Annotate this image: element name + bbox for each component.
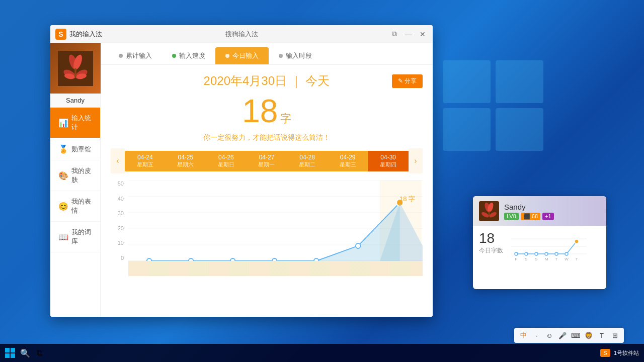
date-display: 2020年4月30日 ｜ 今天: [204, 73, 330, 89]
cal-day-6[interactable]: 04-30 星期四: [368, 151, 409, 171]
svg-text:M: M: [545, 257, 548, 261]
calendar-prev-button[interactable]: ‹: [111, 148, 125, 173]
mini-widget-body: 18 今日字数: [473, 226, 606, 266]
calendar-strip: ‹ 04-24 星期五 04-25 星期六 04-26 星期日: [111, 148, 423, 173]
tab-dot-today: [225, 54, 229, 58]
sidebar-item-stats[interactable]: 📊 输入统计: [50, 108, 100, 138]
svg-rect-35: [489, 211, 490, 216]
svg-rect-3: [496, 108, 543, 151]
taskbar-task-view[interactable]: ⧉: [32, 346, 46, 360]
sidebar-label-medals: 勋章馆: [71, 145, 91, 154]
dict-icon: 📖: [58, 232, 67, 242]
badge-level: LV8: [504, 213, 519, 220]
medals-icon: 🏅: [58, 144, 67, 154]
cal-date-2: 04-26: [218, 154, 234, 161]
cal-day-1[interactable]: 04-25 星期六: [166, 151, 206, 171]
sidebar-label-dict: 我的词库: [71, 228, 92, 246]
tab-speed[interactable]: 输入速度: [162, 47, 215, 64]
app-name: 我的输入法: [69, 30, 102, 39]
badge-days: ⬛ 68: [521, 213, 540, 220]
svg-marker-21: [149, 203, 400, 261]
mini-stat-number: 18: [479, 231, 503, 245]
sidebar-item-medals[interactable]: 🏅 勋章馆: [50, 138, 100, 160]
svg-rect-0: [443, 60, 491, 103]
tab-dot-cumulative: [119, 54, 123, 58]
minimize-button[interactable]: —: [404, 29, 414, 39]
windows-decoration: [443, 60, 543, 151]
ime-toolbar-voice[interactable]: 🎤: [556, 329, 569, 341]
sidebar: Sandy 📊 输入统计 🏅 勋章馆 🎨 我的皮肤 �: [50, 43, 101, 317]
ime-toolbar-zh[interactable]: 中: [517, 329, 529, 341]
user-name: Sandy: [50, 94, 100, 108]
taskbar-search[interactable]: 🔍: [18, 346, 32, 360]
mini-widget: Sandy LV8 ⬛ 68 +1 18 今日字数: [473, 196, 606, 289]
tab-label-cumulative: 累计输入: [126, 51, 152, 60]
sidebar-item-skin[interactable]: 🎨 我的皮肤: [50, 160, 100, 191]
sidebar-item-dict[interactable]: 📖 我的词库: [50, 222, 100, 252]
tab-cumulative[interactable]: 累计输入: [109, 47, 162, 64]
cal-day-5[interactable]: 04-29 星期三: [328, 151, 368, 171]
svg-text:W: W: [565, 257, 569, 261]
cal-day-3[interactable]: 04-27 星期一: [247, 151, 287, 171]
cal-day-0[interactable]: 04-24 星期五: [125, 151, 166, 171]
svg-text:S: S: [58, 30, 63, 38]
badge-plus: +1: [542, 213, 554, 220]
desktop: S 我的输入法 搜狗输入法 ⧉ — ✕: [0, 0, 644, 362]
window-controls: ⧉ — ✕: [389, 29, 428, 39]
close-button[interactable]: ✕: [418, 29, 428, 39]
svg-rect-1: [496, 60, 543, 103]
mini-badges: LV8 ⬛ 68 +1: [504, 213, 600, 220]
svg-rect-53: [5, 348, 10, 352]
mini-stat: 18 今日字数: [479, 231, 503, 255]
tab-period[interactable]: 输入时段: [269, 47, 322, 64]
svg-rect-13: [74, 68, 76, 77]
content-area: 累计输入 输入速度 今日输入 输入时段: [101, 43, 433, 317]
y-label-20: 20: [118, 225, 124, 231]
taskbar: 🔍 ⧉: [0, 344, 644, 362]
cal-date-0: 04-24: [137, 154, 153, 161]
y-axis: 50 40 30 20 10 0: [111, 180, 126, 261]
y-label-40: 40: [118, 196, 124, 202]
svg-text:T: T: [576, 257, 578, 261]
big-number-area: 18 字: [101, 93, 433, 129]
sidebar-nav: 📊 输入统计 🏅 勋章馆 🎨 我的皮肤 😊 我的表情: [50, 108, 100, 317]
svg-rect-56: [11, 353, 15, 358]
ime-toolbar-emoji[interactable]: ☺: [543, 329, 555, 341]
mini-chart: F S S M T W T: [511, 231, 600, 261]
tab-label-speed: 输入速度: [179, 51, 205, 60]
tab-today[interactable]: 今日输入: [215, 47, 269, 64]
svg-point-40: [525, 252, 528, 255]
calendar-next-button[interactable]: ›: [409, 148, 423, 173]
ime-toolbar-punct[interactable]: ·: [530, 329, 542, 341]
calendar-days: 04-24 星期五 04-25 星期六 04-26 星期日 04-27: [125, 151, 409, 171]
ime-toolbar-tools[interactable]: T: [596, 329, 608, 341]
skin-icon: 🎨: [58, 171, 67, 180]
svg-text:F: F: [515, 257, 518, 261]
content-header: 2020年4月30日 ｜ 今天 ✎ 分享: [101, 65, 433, 93]
start-button[interactable]: [2, 345, 18, 361]
chart-floor: [128, 261, 423, 276]
restore-button[interactable]: ⧉: [389, 29, 399, 39]
chart-area: 50 40 30 20 10 0: [101, 175, 433, 317]
cal-day-2[interactable]: 04-26 星期日: [206, 151, 247, 171]
svg-rect-2: [443, 108, 491, 151]
ime-toolbar-skin[interactable]: 🦁: [583, 329, 595, 341]
cal-date-6: 04-30: [380, 154, 396, 161]
tab-label-today: 今日输入: [232, 51, 259, 60]
chart-container: 50 40 30 20 10 0: [111, 180, 423, 276]
today-character-count: 18: [242, 93, 278, 129]
sidebar-label-stats: 输入统计: [71, 114, 92, 132]
user-avatar-area: [50, 43, 101, 94]
share-button[interactable]: ✎ 分享: [392, 74, 423, 88]
cal-date-3: 04-27: [259, 154, 275, 161]
sidebar-item-emoji[interactable]: 😊 我的表情: [50, 191, 100, 222]
ime-window: S 我的输入法 搜狗输入法 ⧉ — ✕: [50, 25, 433, 317]
cal-week-2: 星期日: [218, 161, 234, 168]
svg-text:T: T: [555, 257, 558, 261]
cal-day-4[interactable]: 04-28 星期二: [287, 151, 328, 171]
svg-rect-55: [5, 353, 10, 358]
cal-week-0: 星期五: [137, 161, 153, 168]
ime-toolbar-apps[interactable]: ⊞: [609, 329, 621, 341]
ime-toolbar-keyboard[interactable]: ⌨: [570, 329, 582, 341]
svg-text:S: S: [535, 257, 537, 261]
